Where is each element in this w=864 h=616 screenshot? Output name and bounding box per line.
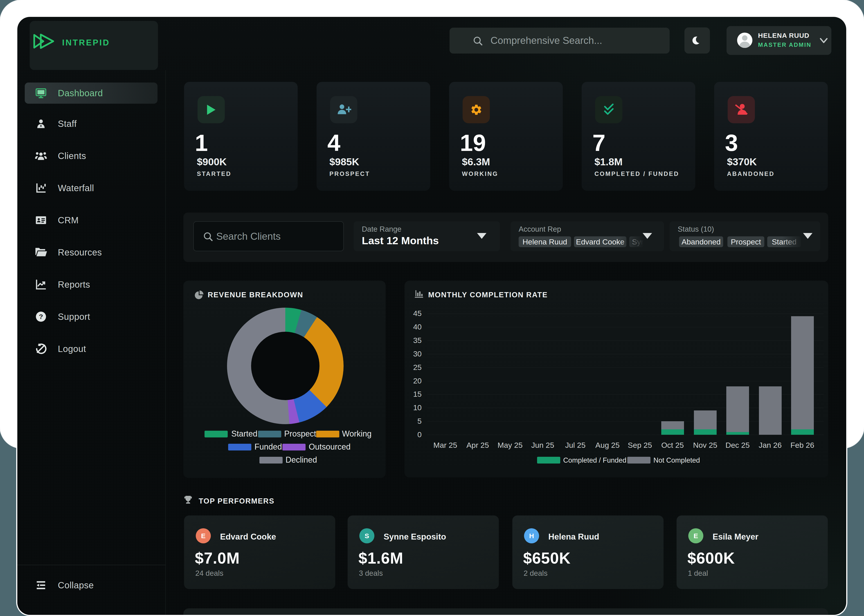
- svg-text:?: ?: [39, 313, 43, 320]
